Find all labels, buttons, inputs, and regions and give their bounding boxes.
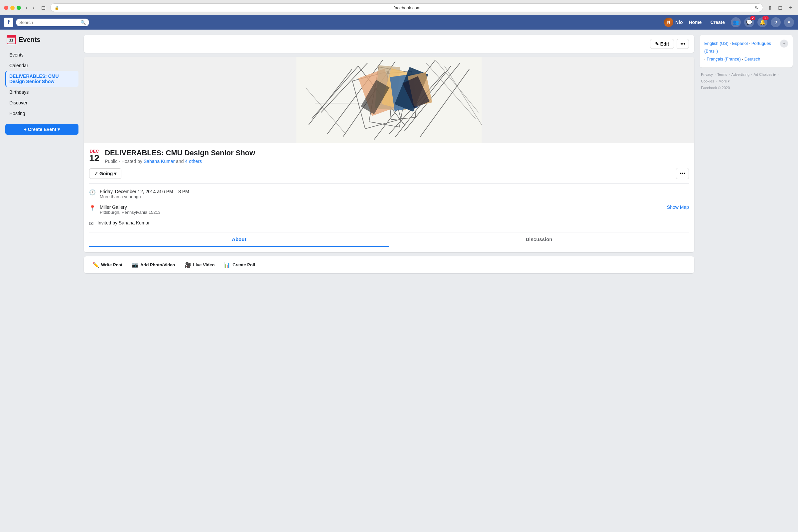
event-datetime-detail: 🕐 Friday, December 12, 2014 at 6 PM – 8 … (89, 186, 689, 202)
event-more-button[interactable]: ••• (676, 168, 689, 179)
envelope-icon: ✉ (89, 221, 93, 227)
event-card: DEC 12 DELIVERABLES: CMU Design Senior S… (84, 57, 694, 252)
add-language-button[interactable]: + (780, 40, 788, 48)
maximize-button[interactable] (17, 6, 21, 10)
location-pin-icon: 📍 (89, 205, 96, 211)
friends-icon: 👥 (733, 19, 739, 25)
edit-button[interactable]: ✎ Edit (650, 39, 674, 49)
search-bar[interactable]: 🔍 (16, 19, 89, 26)
video-icon: 🎥 (185, 262, 191, 268)
event-actions: ✓ Going ▾ ••• (89, 168, 689, 179)
messages-button[interactable]: 💬 2 (744, 17, 754, 27)
main-layout: 23 Events Events Calendar DELIVERABLES: … (0, 30, 798, 279)
browser-chrome: ‹ › ⊟ 🔒 facebook.com ↻ ⬆ ⊡ + (0, 0, 798, 15)
user-menu[interactable]: N Nio (664, 18, 683, 27)
search-icon: 🔍 (80, 20, 86, 25)
pencil-icon: ✏️ (92, 262, 99, 268)
sidebar-title: Events (19, 36, 41, 43)
help-icon: ? (774, 20, 777, 25)
search-input[interactable] (19, 20, 78, 25)
sidebar-item-deliverables[interactable]: DELIVERABLES: CMU Design Senior Show (5, 71, 78, 87)
camera-icon: 📷 (132, 262, 138, 268)
footer-privacy[interactable]: Privacy (701, 73, 713, 76)
event-location-sub: Pittsburgh, Pennsylvania 15213 (100, 210, 663, 215)
lang-deutsch[interactable]: Deutsch (744, 57, 760, 61)
right-panel: English (US) · Español · Português (Bras… (700, 35, 793, 273)
messages-badge: 2 (750, 16, 756, 20)
event-location-main: Miller Gallery (100, 205, 663, 210)
live-video-button[interactable]: 🎥 Live Video (181, 260, 218, 270)
host-others-link[interactable]: 4 others (185, 158, 202, 164)
sidebar-header: 23 Events (5, 35, 78, 44)
event-invited-text: Invited by Sahana Kumar (97, 220, 689, 225)
reading-list-button[interactable]: ⊡ (776, 4, 784, 12)
event-title-host: DELIVERABLES: CMU Design Senior Show Pub… (105, 149, 689, 164)
event-cover-image (84, 57, 694, 143)
event-datetime-main: Friday, December 12, 2014 at 6 PM – 8 PM (100, 189, 689, 194)
facebook-logo[interactable]: f (4, 18, 13, 27)
clock-icon: 🕐 (89, 189, 96, 195)
create-poll-button[interactable]: 📊 Create Poll (221, 260, 258, 270)
footer-terms[interactable]: Terms (717, 73, 727, 76)
tab-about[interactable]: About (89, 232, 389, 247)
event-day: 12 (89, 154, 99, 163)
back-button[interactable]: ‹ (24, 4, 29, 11)
close-button[interactable] (4, 6, 8, 10)
footer-advertising[interactable]: Advertising (732, 73, 749, 76)
create-event-button[interactable]: + Create Event ▾ (5, 124, 78, 135)
minimize-button[interactable] (10, 6, 15, 10)
footer-links: Privacy · Terms · Advertising · Ad Choic… (700, 72, 793, 91)
post-bar: ✏️ Write Post 📷 Add Photo/Video 🎥 Live V… (84, 256, 694, 273)
poll-icon: 📊 (224, 262, 230, 268)
share-button[interactable]: ⬆ (766, 4, 774, 12)
notifications-button[interactable]: 🔔 39 (757, 17, 767, 27)
event-tabs: About Discussion (89, 232, 689, 247)
sidebar-item-events[interactable]: Events (5, 50, 78, 60)
event-invited-detail: ✉ Invited by Sahana Kumar (89, 217, 689, 229)
hosted-by-prefix: Hosted by (121, 158, 142, 164)
add-photo-button[interactable]: 📷 Add Photo/Video (128, 260, 178, 270)
forward-button[interactable]: › (31, 4, 36, 11)
sidebar-item-calendar[interactable]: Calendar (5, 60, 78, 71)
home-nav-link[interactable]: Home (686, 18, 705, 26)
address-bar[interactable]: 🔒 facebook.com ↻ (50, 3, 763, 12)
sidebar-item-discover[interactable]: Discover (5, 97, 78, 108)
event-host: Public · Hosted by Sahana Kumar and 4 ot… (105, 158, 689, 164)
event-location-text: Miller Gallery Pittsburgh, Pennsylvania … (100, 205, 663, 215)
lock-icon: 🔒 (55, 6, 59, 10)
sidebar-toggle-button[interactable]: ⊟ (39, 4, 48, 12)
content-area: ✎ Edit ••• (84, 35, 694, 273)
going-button[interactable]: ✓ Going ▾ (89, 168, 121, 179)
tab-discussion[interactable]: Discussion (389, 232, 689, 247)
help-button[interactable]: ? (771, 17, 781, 27)
event-title: DELIVERABLES: CMU Design Senior Show (105, 149, 689, 157)
lang-english[interactable]: English (US) (704, 41, 728, 46)
more-options-button[interactable]: ••• (677, 39, 689, 49)
avatar: N (664, 18, 673, 27)
sidebar-item-birthdays[interactable]: Birthdays (5, 87, 78, 97)
host-name-link[interactable]: Sahana Kumar (144, 158, 174, 164)
show-map-link[interactable]: Show Map (667, 205, 689, 210)
reload-button[interactable]: ↻ (755, 5, 759, 10)
language-links: English (US) · Español · Português (Bras… (704, 40, 777, 63)
visibility-label: Public (105, 158, 117, 164)
new-tab-button[interactable]: + (786, 4, 794, 12)
sidebar-item-hosting[interactable]: Hosting (5, 108, 78, 119)
friends-button[interactable]: 👥 (731, 17, 741, 27)
sidebar: 23 Events Events Calendar DELIVERABLES: … (5, 35, 78, 273)
event-date-badge: DEC 12 (89, 149, 99, 163)
create-nav-link[interactable]: Create (707, 18, 727, 26)
notifications-badge: 39 (762, 16, 769, 20)
event-location-detail: 📍 Miller Gallery Pittsburgh, Pennsylvani… (89, 202, 689, 217)
lang-french[interactable]: Français (France) (706, 57, 741, 61)
footer-cookies[interactable]: Cookies (701, 79, 714, 83)
url-text: facebook.com (61, 5, 753, 10)
calendar-icon: 23 (7, 35, 16, 44)
footer-ad-choices[interactable]: Ad Choices (754, 73, 773, 76)
lang-espanol[interactable]: Español (732, 41, 748, 46)
footer-more[interactable]: More ▾ (719, 79, 730, 83)
write-post-button[interactable]: ✏️ Write Post (89, 260, 126, 270)
account-menu-button[interactable]: ▾ (784, 17, 794, 27)
event-datetime-text: Friday, December 12, 2014 at 6 PM – 8 PM… (100, 189, 689, 199)
language-card: English (US) · Español · Português (Bras… (700, 35, 793, 68)
